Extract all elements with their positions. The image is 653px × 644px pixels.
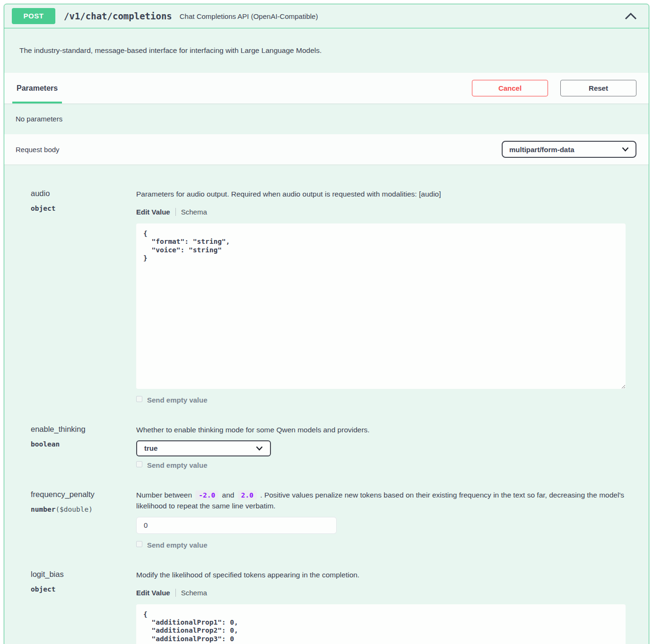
- endpoint-description: The industry-standard, message-based int…: [4, 28, 649, 73]
- send-empty-value-checkbox[interactable]: [136, 396, 142, 402]
- param-type: number($double): [31, 506, 136, 513]
- tab-schema[interactable]: Schema: [181, 208, 207, 216]
- param-description: Modify the likelihood of specified token…: [136, 570, 626, 581]
- collapse-button[interactable]: [622, 10, 639, 22]
- content-type-select[interactable]: multipart/form-data: [502, 141, 636, 158]
- send-empty-value-checkbox[interactable]: [136, 461, 142, 467]
- min-value-code: -2.0: [195, 490, 218, 500]
- param-name: enable_thinking: [31, 425, 136, 434]
- send-empty-value-checkbox[interactable]: [136, 541, 142, 547]
- send-empty-value-row[interactable]: Send empty value: [136, 541, 626, 549]
- param-name: logit_bias: [31, 570, 136, 579]
- param-type-format: ($double): [55, 506, 93, 513]
- tab-schema[interactable]: Schema: [181, 589, 207, 597]
- param-type: object: [31, 205, 136, 212]
- parameters-header-buttons: Cancel Reset: [472, 80, 636, 96]
- param-row-frequency-penalty: frequency_penalty number($double) Number…: [27, 490, 626, 549]
- param-name: audio: [31, 189, 136, 198]
- tab-edit-value[interactable]: Edit Value: [136, 208, 170, 216]
- param-type: boolean: [31, 440, 136, 448]
- param-description: Whether to enable thinking mode for some…: [136, 425, 626, 436]
- tab-divider: [175, 208, 176, 216]
- param-description: Parameters for audio output. Required wh…: [136, 189, 626, 200]
- tab-divider: [175, 589, 176, 597]
- param-value-editor[interactable]: { "additionalProp1": 0, "additionalProp2…: [136, 604, 626, 644]
- send-empty-value-row[interactable]: Send empty value: [136, 396, 626, 404]
- content-type-selected-value: multipart/form-data: [509, 146, 575, 154]
- tab-parameters[interactable]: Parameters: [14, 73, 61, 103]
- chevron-up-icon: [624, 12, 637, 20]
- endpoint-path: /v1/chat/completions: [64, 11, 172, 21]
- value-tabs: Edit Value Schema: [136, 208, 626, 216]
- method-badge: POST: [12, 8, 55, 24]
- cancel-button[interactable]: Cancel: [472, 80, 548, 96]
- endpoint-summary-bar[interactable]: POST /v1/chat/completions Chat Completio…: [4, 4, 649, 28]
- param-type: object: [31, 585, 136, 593]
- send-empty-value-label: Send empty value: [147, 396, 208, 404]
- request-body-label: Request body: [16, 146, 60, 154]
- max-value-code: 2.0: [238, 490, 257, 500]
- param-row-enable-thinking: enable_thinking boolean Whether to enabl…: [27, 425, 626, 469]
- param-name: frequency_penalty: [31, 490, 136, 499]
- param-row-logit-bias: logit_bias object Modify the likelihood …: [27, 570, 626, 644]
- parameters-header: Parameters Cancel Reset: [4, 73, 649, 103]
- send-empty-value-label: Send empty value: [147, 541, 208, 549]
- chevron-down-icon: [622, 147, 629, 152]
- param-description: Number between -2.0 and 2.0 . Positive v…: [136, 490, 626, 512]
- value-tabs: Edit Value Schema: [136, 589, 626, 597]
- param-value-editor[interactable]: { "format": "string", "voice": "string" …: [136, 223, 626, 389]
- tab-edit-value[interactable]: Edit Value: [136, 589, 170, 597]
- request-body-parameters: audio object Parameters for audio output…: [4, 164, 649, 644]
- send-empty-value-row[interactable]: Send empty value: [136, 461, 626, 469]
- enable-thinking-select[interactable]: true: [136, 440, 271, 456]
- chevron-down-icon: [256, 446, 263, 451]
- no-parameters-message: No parameters: [4, 103, 649, 134]
- endpoint-summary-text: Chat Completions API (OpenAI-Compatible): [180, 12, 318, 20]
- reset-button[interactable]: Reset: [560, 80, 636, 96]
- enable-thinking-selected-value: true: [144, 444, 157, 452]
- frequency-penalty-input[interactable]: [136, 517, 337, 534]
- endpoint-panel: POST /v1/chat/completions Chat Completio…: [4, 4, 649, 644]
- request-body-header: Request body multipart/form-data: [4, 134, 649, 164]
- send-empty-value-label: Send empty value: [147, 461, 208, 469]
- parameters-tab-label: Parameters: [17, 84, 58, 93]
- param-row-audio: audio object Parameters for audio output…: [27, 189, 626, 404]
